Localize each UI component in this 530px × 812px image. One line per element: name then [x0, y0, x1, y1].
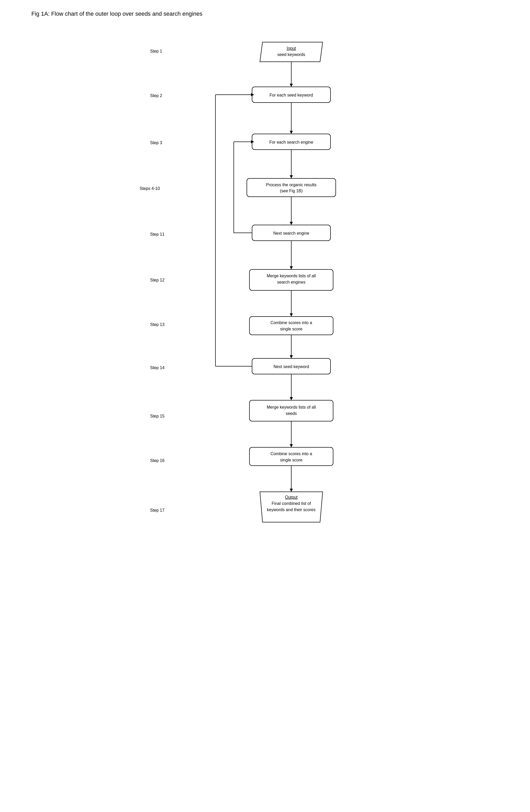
step16-label: Step 16 [150, 458, 164, 463]
svg-text:Next seed keyword: Next seed keyword [273, 364, 309, 369]
svg-text:Process the organic results: Process the organic results [266, 183, 316, 187]
step15-label: Step 15 [150, 414, 164, 418]
svg-text:Final combined list of: Final combined list of [271, 501, 311, 506]
step1-node [260, 42, 323, 62]
svg-text:Merge keywords lists of all: Merge keywords lists of all [267, 274, 316, 278]
step2-label: Step 2 [150, 93, 162, 98]
svg-text:Next search engine: Next search engine [273, 231, 309, 235]
svg-text:For each seed keyword: For each seed keyword [269, 93, 313, 97]
step14-label: Step 14 [150, 365, 164, 370]
svg-text:search engines: search engines [277, 280, 305, 284]
step17-label: Step 17 [150, 508, 164, 512]
flowchart-svg: Step 1 Step 2 Step 3 Steps 4-10 Step 11 … [134, 28, 448, 812]
step12-label: Step 12 [150, 278, 164, 282]
svg-text:single score: single score [280, 327, 302, 331]
steps4-10-node [247, 178, 336, 197]
svg-text:(see Fig 1B): (see Fig 1B) [280, 189, 303, 193]
svg-text:seed keywords: seed keywords [277, 52, 305, 57]
svg-text:Output: Output [285, 495, 297, 499]
svg-marker-15 [290, 314, 293, 317]
svg-text:Merge keywords lists of all: Merge keywords lists of all [267, 405, 316, 409]
svg-marker-21 [290, 397, 293, 400]
svg-text:single score: single score [280, 458, 302, 462]
step1-label: Step 1 [150, 49, 162, 53]
svg-text:For each search engine: For each search engine [269, 140, 313, 144]
svg-text:Input: Input [286, 46, 296, 50]
svg-marker-2 [290, 84, 293, 87]
step16-node [249, 447, 333, 466]
svg-marker-18 [290, 355, 293, 358]
svg-text:Combine scores into a: Combine scores into a [270, 451, 312, 456]
step3-label: Step 3 [150, 141, 162, 145]
step15-node [249, 400, 333, 421]
step13-label: Step 13 [150, 322, 164, 327]
step13-node [249, 317, 333, 335]
svg-text:Combine scores into a: Combine scores into a [270, 320, 312, 325]
svg-text:seeds: seeds [285, 411, 297, 416]
svg-marker-27 [290, 489, 293, 492]
svg-marker-4 [290, 131, 293, 134]
svg-text:keywords and their scores: keywords and their scores [267, 508, 315, 512]
svg-marker-12 [290, 266, 293, 270]
svg-marker-24 [290, 444, 293, 447]
page-title: Fig 1A: Flow chart of the outer loop ove… [31, 11, 514, 17]
flowchart: Step 1 Step 2 Step 3 Steps 4-10 Step 11 … [82, 28, 448, 812]
steps4-10-label: Steps 4-10 [139, 186, 160, 191]
svg-marker-6 [290, 175, 293, 178]
step11-label: Step 11 [150, 232, 164, 236]
svg-marker-9 [290, 222, 293, 225]
